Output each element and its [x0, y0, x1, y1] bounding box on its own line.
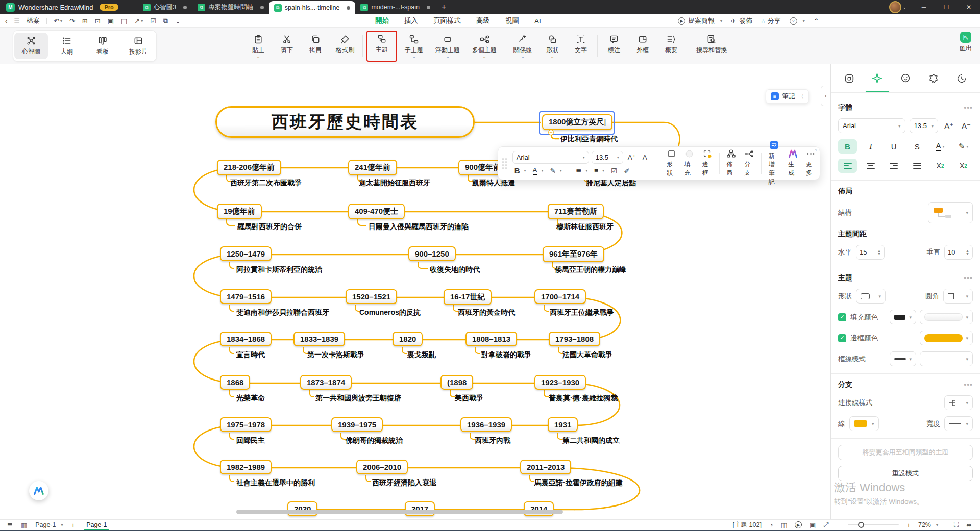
font-color-button[interactable]: A▾: [531, 166, 546, 175]
subtopic-label[interactable]: 普裏莫·德·裏維拉獨裁: [549, 394, 618, 403]
quick-access-icon[interactable]: ⧉: [163, 17, 168, 25]
popup-layoutOrg-button[interactable]: 佈局: [722, 149, 740, 178]
topic-node[interactable]: (1898: [440, 375, 473, 390]
menu-item[interactable]: 高級: [476, 16, 490, 26]
zoom-in-button[interactable]: +: [906, 521, 911, 529]
quick-access-icon[interactable]: ↷: [69, 17, 75, 25]
fill-color-select[interactable]: ▾: [920, 310, 973, 324]
play-circle-icon[interactable]: ▶: [795, 521, 802, 528]
quick-access-icon[interactable]: ⊡: [95, 17, 101, 25]
menu-item[interactable]: 視圖: [505, 16, 519, 26]
expand-icon[interactable]: ⤢: [823, 521, 828, 529]
align-right-button[interactable]: [885, 159, 903, 173]
subtopic-label[interactable]: 斐迪南和伊莎貝拉聯合西班牙: [236, 308, 329, 317]
subtopic-label[interactable]: 西班牙內戰: [475, 436, 510, 445]
subtopic-label[interactable]: 宣言時代: [236, 350, 265, 360]
font-family-select[interactable]: Arial▾: [512, 151, 589, 164]
menu-item[interactable]: 頁面樣式: [433, 16, 461, 26]
topic-node[interactable]: 1834–1868: [220, 332, 272, 346]
align-justify-button[interactable]: [908, 159, 926, 173]
quick-access-icon[interactable]: ▤: [121, 17, 127, 25]
strikethrough-button[interactable]: S: [908, 139, 926, 154]
close-button[interactable]: ✕: [958, 0, 980, 14]
menu-item[interactable]: AI: [534, 17, 541, 25]
topic-node[interactable]: 1793–1808: [549, 332, 600, 346]
subtopic-label[interactable]: 迦太基開始征服西班牙: [359, 179, 430, 188]
topic-node[interactable]: 1250–1479: [220, 246, 272, 261]
topic-node[interactable]: 1520–1521: [346, 289, 397, 304]
subtopic-label[interactable]: 羅馬對西班牙的合併: [237, 222, 302, 232]
border-line-select[interactable]: ▾: [920, 351, 973, 366]
fit-window-icon[interactable]: ▣: [810, 521, 816, 529]
fill-style-select[interactable]: ▾: [890, 310, 916, 324]
corner-select[interactable]: ▾: [943, 289, 973, 304]
subtopic-label[interactable]: 第二共和國的成立: [562, 436, 620, 445]
view-mindmap[interactable]: 心智圖: [14, 33, 48, 59]
collapse-handle-icon[interactable]: –: [548, 130, 554, 135]
task-button[interactable]: ☑: [609, 167, 619, 175]
subtopic-label[interactable]: 第一共和國與波旁王朝復辟: [315, 394, 401, 403]
connector-style-select[interactable]: ▾: [944, 395, 973, 410]
subtopic-label[interactable]: 回歸民主: [236, 436, 265, 445]
align-button[interactable]: ≡▾: [592, 167, 606, 174]
tab-sticker[interactable]: [892, 64, 919, 92]
ribbon-button-relation[interactable]: 關係線⌄: [507, 34, 538, 58]
pie-chart-icon[interactable]: ◔: [769, 521, 773, 529]
subtopic-label[interactable]: 對拿破崙的戰爭: [481, 350, 531, 360]
publish-button[interactable]: ✈發佈: [731, 16, 752, 26]
more-icon[interactable]: •••: [964, 274, 973, 282]
menu-active[interactable]: 開始: [375, 16, 389, 26]
border-color-checkbox[interactable]: ✓: [838, 334, 846, 342]
topic-node[interactable]: 16-17世紀: [444, 289, 492, 305]
fill-color-checkbox[interactable]: ✓: [838, 313, 846, 321]
subtopic-label[interactable]: 裏戈叛亂: [407, 350, 436, 360]
topic-node[interactable]: 961年至976年: [543, 246, 604, 262]
quick-access-icon[interactable]: ☑: [150, 17, 156, 25]
view-outline[interactable]: 大綱: [50, 33, 84, 59]
ribbon-button-summary[interactable]: 概要: [657, 34, 685, 58]
topic-node[interactable]: 1868: [220, 375, 250, 390]
topic-node[interactable]: 1936–1939: [460, 417, 512, 432]
subscript-button[interactable]: X2: [954, 159, 973, 173]
underline-button[interactable]: U: [885, 139, 903, 154]
menu-item[interactable]: 插入: [404, 16, 418, 26]
user-avatar[interactable]: ⌄: [889, 1, 901, 13]
sidebar-collapse-button[interactable]: ›: [821, 86, 830, 106]
highlight-button[interactable]: ✎▾: [548, 167, 564, 175]
italic-button[interactable]: I: [861, 139, 880, 154]
border-color-select[interactable]: ▾: [920, 331, 973, 345]
topic-node[interactable]: 2011–2013: [520, 460, 571, 474]
subtopic-label[interactable]: 馬裏亞諾·拉霍伊政府的組建: [534, 478, 623, 488]
page-tab[interactable]: Page-1: [83, 520, 110, 530]
ribbon-button-subtopic[interactable]: 子主題⌄: [399, 34, 429, 58]
document-tab[interactable]: ⧉心智圖3: [138, 0, 192, 14]
minimize-button[interactable]: ─: [913, 0, 935, 14]
decrease-font-button[interactable]: A⁻: [641, 153, 653, 161]
share-button[interactable]: ⑃分享: [761, 16, 781, 26]
tab-canvas-style[interactable]: [836, 64, 863, 92]
highlight-button[interactable]: ✎▾: [954, 139, 973, 154]
popup-shapeSq-button[interactable]: 形狀: [663, 149, 680, 178]
topic-node[interactable]: 1939–1975: [331, 417, 383, 432]
tab-history[interactable]: [948, 64, 975, 92]
fit-width-icon[interactable]: ⬌: [966, 521, 972, 529]
topic-node[interactable]: 900–1250: [408, 246, 456, 261]
subtopic-label[interactable]: 光榮革命: [236, 394, 265, 403]
present-button[interactable]: ▶ 提案簡報▾: [678, 16, 722, 26]
decrease-font-button[interactable]: A⁻: [960, 121, 973, 131]
ribbon-button-floating[interactable]: 浮動主題⌄: [429, 34, 466, 58]
subtopic-label[interactable]: 西班牙王位繼承戰爭: [550, 308, 614, 317]
subtopic-label[interactable]: 倭馬亞王朝的權力巔峰: [555, 265, 626, 274]
structure-select[interactable]: ▾: [928, 202, 973, 223]
superscript-button[interactable]: X2: [931, 159, 950, 173]
topic-node[interactable]: 218-206億年前: [217, 160, 281, 175]
fullscreen-icon[interactable]: ⛶: [954, 521, 959, 529]
maximize-button[interactable]: ☐: [935, 0, 958, 14]
quick-access-icon[interactable]: ↶▾: [54, 17, 62, 25]
subtopic-label[interactable]: 日爾曼入侵與羅馬西班牙的淪陷: [369, 222, 469, 232]
quick-access-icon[interactable]: ⊞: [82, 17, 88, 25]
popup-fillBlob-button[interactable]: 填充: [680, 149, 698, 178]
document-tab[interactable]: ⧉modern-...f-spain: [355, 0, 435, 14]
hamburger-icon[interactable]: ☰: [14, 17, 20, 25]
topic-node[interactable]: 1931: [548, 417, 578, 432]
